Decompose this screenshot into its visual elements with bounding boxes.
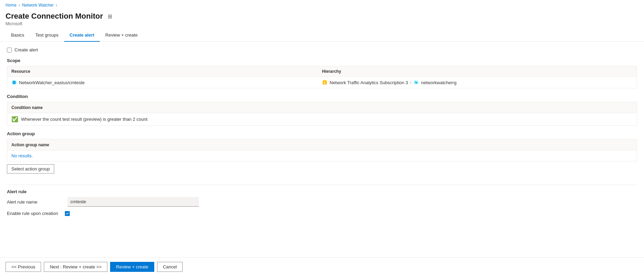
create-alert-row: Create alert bbox=[7, 47, 637, 52]
alert-rule-name-label: Alert rule name bbox=[7, 199, 62, 205]
subscription-icon: $ bbox=[322, 80, 328, 85]
action-group-name-label: Action group name bbox=[11, 142, 49, 147]
breadcrumb: Home › Network Watcher › bbox=[0, 0, 644, 10]
alert-rule-section: Alert rule Alert rule name Enable rule u… bbox=[7, 189, 637, 216]
alert-rule-name-input[interactable] bbox=[68, 197, 199, 207]
condition-check-icon: ✅ bbox=[11, 116, 18, 122]
hierarchy-column-label: Hierarchy bbox=[322, 69, 633, 74]
resource-cell: NetworkWatcher_eastus/cmteste bbox=[11, 80, 322, 85]
resource-group-icon bbox=[413, 80, 419, 85]
page-header: Create Connection Monitor ⊞ Microsoft bbox=[0, 10, 644, 29]
enable-rule-label: Enable rule upon creation bbox=[7, 211, 62, 216]
page-title: Create Connection Monitor bbox=[6, 12, 103, 21]
action-group-data: No results. bbox=[7, 150, 637, 161]
condition-header: Condition name bbox=[7, 102, 637, 113]
action-group-box: Action group name No results. bbox=[7, 139, 637, 161]
alert-rule-name-row: Alert rule name bbox=[7, 197, 637, 207]
select-action-group-button[interactable]: Select action group bbox=[7, 164, 54, 174]
action-group-header: Action group name bbox=[7, 139, 637, 150]
action-group-section: Action group Action group name No result… bbox=[7, 131, 637, 179]
svg-rect-6 bbox=[414, 81, 416, 82]
condition-title: Condition bbox=[7, 94, 637, 99]
export-button[interactable]: ⊞ bbox=[106, 12, 114, 20]
resource-column-label: Resource bbox=[11, 69, 322, 74]
main-content: Create alert Scope Resource Hierarchy Ne… bbox=[0, 42, 644, 227]
enable-rule-row: Enable rule upon creation bbox=[7, 211, 637, 216]
alert-rule-title: Alert rule bbox=[7, 189, 637, 194]
tab-test-groups[interactable]: Test groups bbox=[30, 29, 64, 42]
create-alert-checkbox[interactable] bbox=[7, 48, 12, 52]
create-alert-label[interactable]: Create alert bbox=[14, 47, 38, 52]
divider bbox=[7, 185, 637, 185]
condition-value: Whenever the count test result (preview)… bbox=[21, 117, 147, 122]
hierarchy-subscription: Network Traffic Analytics Subscription 3 bbox=[330, 80, 408, 85]
breadcrumb-network-watcher[interactable]: Network Watcher bbox=[22, 3, 54, 8]
condition-data: ✅ Whenever the count test result (previe… bbox=[7, 113, 637, 125]
no-results-text: No results. bbox=[11, 153, 33, 158]
tab-create-alert[interactable]: Create alert bbox=[64, 29, 100, 42]
scope-title: Scope bbox=[7, 58, 637, 63]
hierarchy-cell: $ Network Traffic Analytics Subscription… bbox=[322, 80, 633, 85]
enable-rule-checkbox[interactable] bbox=[65, 211, 70, 216]
network-watcher-resource-icon bbox=[11, 80, 17, 85]
hierarchy-chevron: › bbox=[410, 80, 411, 85]
action-group-title: Action group bbox=[7, 131, 637, 136]
hierarchy-rg: networkwatcherrg bbox=[421, 80, 457, 85]
tab-basics[interactable]: Basics bbox=[6, 29, 30, 42]
scope-box: Resource Hierarchy NetworkWatcher_eastus… bbox=[7, 66, 637, 88]
condition-box: Condition name ✅ Whenever the count test… bbox=[7, 102, 637, 126]
condition-name-label: Condition name bbox=[11, 105, 43, 110]
resource-value: NetworkWatcher_eastus/cmteste bbox=[19, 80, 85, 85]
svg-point-7 bbox=[416, 82, 417, 83]
breadcrumb-home[interactable]: Home bbox=[6, 3, 17, 8]
page-subtitle: Microsoft bbox=[6, 21, 638, 26]
svg-point-2 bbox=[13, 82, 15, 83]
tab-review-create[interactable]: Review + create bbox=[100, 29, 143, 42]
svg-text:$: $ bbox=[324, 81, 325, 85]
scope-header-row: Resource Hierarchy bbox=[7, 66, 637, 77]
scope-data-row: NetworkWatcher_eastus/cmteste $ Network … bbox=[7, 77, 637, 88]
tabs: Basics Test groups Create alert Review +… bbox=[0, 29, 644, 42]
